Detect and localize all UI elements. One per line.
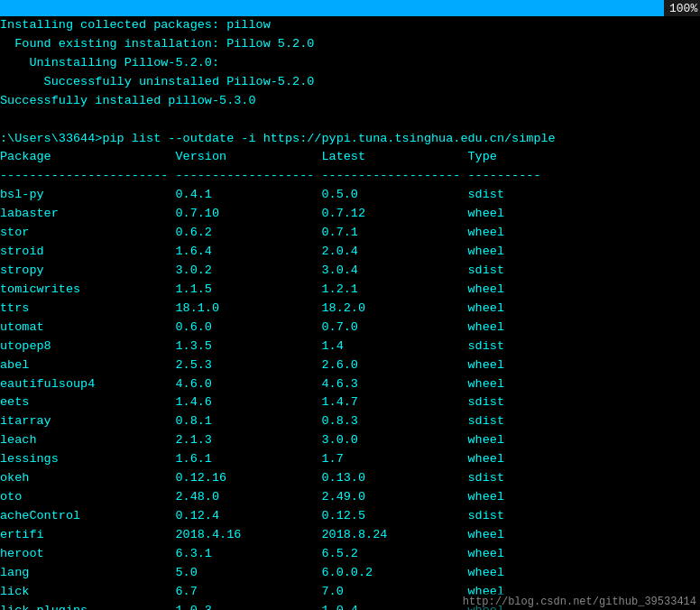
table-row: labaster 0.7.10 0.7.12 wheel (0, 205, 700, 224)
table-row: utomat 0.6.0 0.7.0 wheel (0, 319, 700, 337)
progress-percent: 100% (664, 2, 697, 15)
table-row: stroid 1.6.4 2.0.4 wheel (0, 243, 700, 262)
table-row: bsl-py 0.4.1 0.5.0 sdist (0, 186, 700, 205)
table-divider: ----------------------- ----------------… (0, 169, 541, 182)
table-row: eautifulsoup4 4.6.0 4.6.3 wheel (0, 375, 700, 394)
table-row: ttrs 18.1.0 18.2.0 wheel (0, 300, 700, 319)
table-row: oto 2.48.0 2.49.0 wheel (0, 488, 700, 507)
table-row: utopep8 1.3.5 1.4 sdist (0, 337, 700, 356)
table-row: stropy 3.0.2 3.0.4 sdist (0, 262, 700, 281)
progress-bar-container: 100% (0, 0, 700, 16)
table-body: bsl-py 0.4.1 0.5.0 sdistlabaster 0.7.10 … (0, 186, 700, 610)
table-row: heroot 6.3.1 6.5.2 wheel (0, 545, 700, 564)
watermark: http://blog.csdn.net/github_39533414 (459, 594, 700, 610)
progress-bar-filled (0, 0, 664, 16)
pip-command: :\Users\33644>pip list --outdate -i http… (0, 132, 556, 145)
table-row: okeh 0.12.16 0.13.0 sdist (0, 469, 700, 488)
table-row: acheControl 0.12.4 0.12.5 sdist (0, 507, 700, 526)
install-line-4: Successfully uninstalled Pillow-5.2.0 (0, 75, 314, 88)
install-line-2: Found existing installation: Pillow 5.2.… (0, 37, 314, 51)
table-row: stor 0.6.2 0.7.1 wheel (0, 224, 700, 243)
table-row: abel 2.5.3 2.6.0 wheel (0, 356, 700, 375)
table-row: tomicwrites 1.1.5 1.2.1 wheel (0, 281, 700, 300)
install-line-1: Installing collected packages: pillow (0, 18, 271, 32)
table-header: Package Version Latest Type (0, 150, 497, 163)
terminal-output: Installing collected packages: pillow Fo… (0, 16, 700, 186)
table-row: eets 1.4.6 1.4.7 sdist (0, 393, 700, 412)
table-row: ertifi 2018.4.16 2018.8.24 wheel (0, 526, 700, 545)
table-row: lessings 1.6.1 1.7 wheel (0, 450, 700, 469)
table-row: itarray 0.8.1 0.8.3 sdist (0, 412, 700, 431)
table-row: leach 2.1.3 3.0.0 wheel (0, 431, 700, 450)
install-line-3: Uninstalling Pillow-5.2.0: (0, 56, 219, 69)
blank-line (0, 113, 7, 126)
install-line-5: Successfully installed pillow-5.3.0 (0, 94, 256, 107)
table-row: lang 5.0 6.0.0.2 wheel (0, 564, 700, 583)
terminal-window: 100% Installing collected packages: pill… (0, 0, 700, 610)
